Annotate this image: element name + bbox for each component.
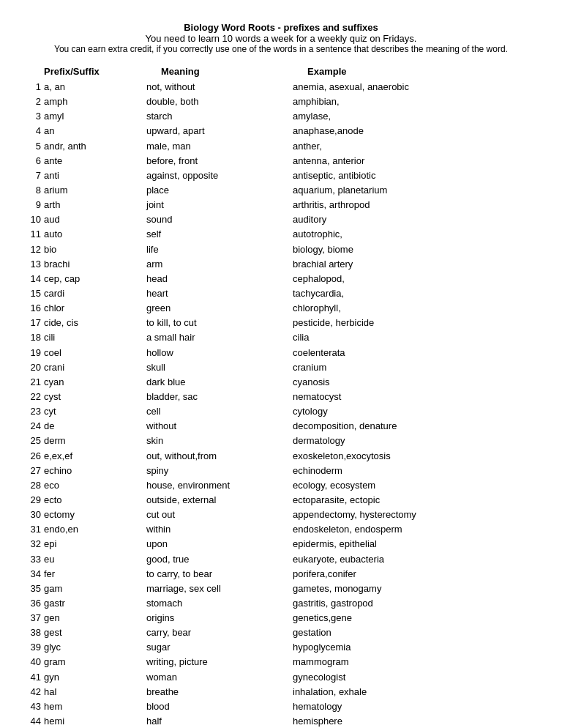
row-meaning: to carry, to bear — [146, 567, 293, 582]
table-row: 25dermskindermatology — [29, 434, 533, 448]
row-prefix: glyc — [44, 640, 146, 655]
table-row: 1a, annot, withoutanemia, asexual, anaer… — [29, 80, 533, 94]
row-example: anther, — [293, 139, 533, 154]
table-row: 26e,ex,efout, without,fromexoskeleton,ex… — [29, 449, 533, 464]
table-row: 36gastrstomachgastritis, gastropod — [29, 596, 533, 611]
row-meaning: against, opposite — [146, 168, 293, 183]
row-number: 22 — [29, 390, 44, 404]
row-prefix: cyan — [44, 375, 146, 390]
row-meaning: green — [146, 301, 293, 316]
row-prefix: coel — [44, 346, 146, 360]
table-row: 17cide, cisto kill, to cutpesticide, her… — [29, 316, 533, 330]
table-row: 24dewithoutdecomposition, denature — [29, 419, 533, 434]
row-number: 4 — [29, 124, 44, 138]
table-row: 4anupward, apartanaphase,anode — [29, 124, 533, 138]
row-number: 20 — [29, 360, 44, 375]
row-example: hematology — [293, 699, 533, 714]
row-number: 8 — [29, 183, 44, 198]
row-example: hypoglycemia — [293, 640, 533, 655]
row-prefix: a, an — [44, 80, 146, 94]
row-prefix: cide, cis — [44, 316, 146, 330]
row-meaning: blood — [146, 699, 293, 714]
row-prefix: ecto — [44, 493, 146, 508]
row-prefix: auto — [44, 227, 146, 242]
row-example: hemisphere — [293, 714, 533, 728]
row-prefix: derm — [44, 434, 146, 448]
row-meaning: not, without — [146, 80, 293, 94]
row-number: 39 — [29, 640, 44, 655]
row-example: anaphase,anode — [293, 124, 533, 138]
table-row: 30ectomycut outappendectomy, hysterectom… — [29, 508, 533, 522]
row-example: pesticide, herbicide — [293, 316, 533, 330]
table-row: 42halbreatheinhalation, exhale — [29, 685, 533, 699]
row-example: gynecologist — [293, 670, 533, 685]
row-prefix: amph — [44, 94, 146, 109]
row-number: 27 — [29, 464, 44, 478]
row-number: 1 — [29, 80, 44, 94]
table-row: 8ariumplaceaquarium, planetarium — [29, 183, 533, 198]
row-number: 15 — [29, 286, 44, 301]
row-number: 2 — [29, 94, 44, 109]
row-meaning: skull — [146, 360, 293, 375]
row-meaning: hollow — [146, 346, 293, 360]
row-prefix: arth — [44, 198, 146, 212]
row-prefix: ante — [44, 154, 146, 168]
row-meaning: joint — [146, 198, 293, 212]
row-prefix: chlor — [44, 301, 146, 316]
row-meaning: house, environment — [146, 478, 293, 493]
row-example: inhalation, exhale — [293, 685, 533, 699]
row-example: cytology — [293, 404, 533, 419]
row-prefix: gam — [44, 582, 146, 596]
row-example: anemia, asexual, anaerobic — [293, 80, 533, 94]
table-row: 14cep, capheadcephalopod, — [29, 272, 533, 286]
row-meaning: breathe — [146, 685, 293, 699]
row-example: antenna, anterior — [293, 154, 533, 168]
table-row: 9arthjointarthritis, arthropod — [29, 198, 533, 212]
row-prefix: cili — [44, 330, 146, 345]
row-prefix: gastr — [44, 596, 146, 611]
page-instruction: You can earn extra credit, if you correc… — [29, 44, 533, 54]
row-example: antiseptic, antibiotic — [293, 168, 533, 183]
row-meaning: dark blue — [146, 375, 293, 390]
row-prefix: e,ex,ef — [44, 449, 146, 464]
table-row: 20craniskullcranium — [29, 360, 533, 375]
row-meaning: writing, picture — [146, 655, 293, 669]
row-meaning: upon — [146, 537, 293, 551]
row-number: 18 — [29, 330, 44, 345]
row-number: 24 — [29, 419, 44, 434]
row-prefix: hal — [44, 685, 146, 699]
page-subtitle: You need to learn 10 words a week for a … — [29, 33, 533, 44]
row-meaning: outside, external — [146, 493, 293, 508]
row-number: 31 — [29, 522, 44, 537]
row-example: echinoderm — [293, 464, 533, 478]
row-meaning: carry, bear — [146, 625, 293, 640]
row-example: brachial artery — [293, 257, 533, 272]
row-prefix: gyn — [44, 670, 146, 685]
row-prefix: gest — [44, 625, 146, 640]
row-prefix: eu — [44, 552, 146, 567]
row-prefix: amyl — [44, 109, 146, 124]
table-row: 41gynwomangynecologist — [29, 670, 533, 685]
row-meaning: without — [146, 419, 293, 434]
row-example: tachycardia, — [293, 286, 533, 301]
row-prefix: cep, cap — [44, 272, 146, 286]
table-rows: 1a, annot, withoutanemia, asexual, anaer… — [29, 80, 533, 728]
row-prefix: aud — [44, 212, 146, 227]
table-row: 21cyandark bluecyanosis — [29, 375, 533, 390]
row-number: 12 — [29, 242, 44, 257]
row-example: gastritis, gastropod — [293, 596, 533, 611]
row-meaning: cut out — [146, 508, 293, 522]
example-header: Example — [307, 66, 533, 77]
row-example: mammogram — [293, 655, 533, 669]
row-meaning: sound — [146, 212, 293, 227]
table-row: 19coelhollowcoelenterata — [29, 346, 533, 360]
row-prefix: fer — [44, 567, 146, 582]
row-number: 6 — [29, 154, 44, 168]
row-meaning: stomach — [146, 596, 293, 611]
row-prefix: brachi — [44, 257, 146, 272]
table-row: 44hemihalfhemisphere — [29, 714, 533, 728]
row-meaning: woman — [146, 670, 293, 685]
row-number: 17 — [29, 316, 44, 330]
row-number: 13 — [29, 257, 44, 272]
row-prefix: epi — [44, 537, 146, 551]
